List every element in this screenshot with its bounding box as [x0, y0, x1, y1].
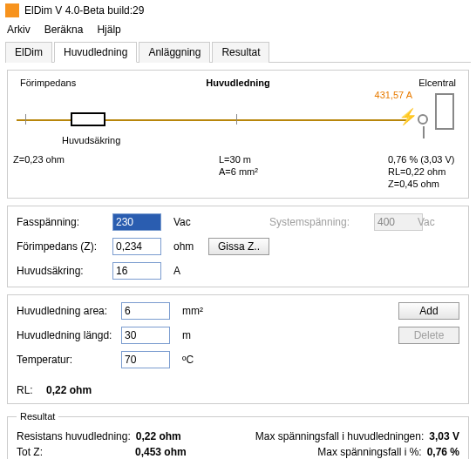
label-zsrc: Z=0,23 ohm — [13, 154, 65, 165]
result-totz-label: Tot Z: — [17, 446, 130, 458]
label-area: Huvudledning area: — [17, 305, 121, 317]
rl-line: RL: 0,22 ohm — [17, 384, 459, 396]
label-current: 431,57 A — [375, 90, 412, 100]
unit-vac: Vac — [173, 216, 208, 228]
tab-bar: ElDim Huvudledning Anläggning Resultat — [5, 41, 471, 63]
fuse-box — [71, 112, 105, 126]
form-panel-1: Fasspänning: Vac Systemspänning: Vac För… — [7, 206, 469, 287]
titlebar: ElDim V 4.0-Beta build:29 — [0, 0, 476, 21]
tab-eldim[interactable]: ElDim — [5, 42, 52, 63]
unit-mm2: mm² — [182, 305, 217, 317]
label-length: Huvudledning längd: — [17, 329, 121, 341]
input-systemspanning — [374, 213, 423, 231]
result-maxpct-label: Max spänningsfall i %: — [317, 446, 421, 458]
result-maxdrop-label: Max spänningsfall i huvudledningen: — [255, 430, 424, 442]
unit-sys-vac: Vac — [418, 216, 452, 228]
result-totz-value: 0,453 ohm — [135, 446, 187, 458]
label-len: L=30 m — [219, 154, 251, 165]
label-temperatur: Temperatur: — [17, 354, 121, 366]
rl-value: 0,22 ohm — [46, 384, 92, 396]
tick-source — [25, 114, 26, 125]
result-panel: Resultat Resistans huvudledning: 0,22 oh… — [7, 411, 469, 459]
window-title: ElDim V 4.0-Beta build:29 — [24, 4, 144, 17]
diagram-panel: Förimpedans Huvudledning Elcentral 431,5… — [7, 70, 469, 199]
label-area: A=6 mm² — [219, 166, 258, 177]
label-huvudledning: Huvudledning — [17, 78, 459, 88]
tab-resultat[interactable]: Resultat — [212, 42, 269, 63]
label-zend: Z=0,45 ohm — [388, 179, 439, 189]
add-button[interactable]: Add — [398, 302, 459, 320]
menu-berakna[interactable]: Beräkna — [44, 24, 84, 36]
bolt-icon: ⚡ — [398, 107, 418, 126]
label-huvudsakring-form: Huvudsäkring: — [17, 265, 112, 277]
label-fasspanning: Fasspänning: — [17, 216, 112, 228]
input-temperatur[interactable] — [121, 351, 170, 368]
unit-m: m — [182, 329, 217, 341]
input-fasspanning[interactable] — [112, 213, 161, 231]
result-res-value: 0,22 ohm — [136, 430, 181, 442]
menu-hjalp[interactable]: Hjälp — [97, 24, 120, 36]
delete-button: Delete — [398, 327, 459, 344]
gissa-z-button[interactable]: Gissa Z.. — [208, 238, 269, 255]
elc-stem — [423, 126, 425, 138]
label-elcentral: Elcentral — [418, 78, 456, 88]
app-icon — [5, 3, 19, 17]
result-maxdrop-value: 3,03 V — [429, 430, 459, 442]
rl-label: RL: — [17, 384, 33, 396]
unit-c: ºC — [182, 354, 217, 366]
label-huvudsakring: Huvudsäkring — [62, 135, 120, 145]
label-rl: RL=0,22 ohm — [388, 166, 445, 177]
result-res-label: Resistans huvudledning: — [17, 430, 131, 442]
input-forimpedans[interactable] — [112, 238, 161, 255]
unit-a: A — [173, 265, 208, 277]
input-length[interactable] — [121, 327, 170, 344]
result-maxpct-value: 0,76 % — [427, 446, 459, 458]
tab-anlaggning[interactable]: Anläggning — [139, 42, 210, 63]
form-panel-2: Huvudledning area: mm² Add Huvudledning … — [7, 294, 469, 404]
diagram: Förimpedans Huvudledning Elcentral 431,5… — [17, 78, 459, 191]
label-forimpedans-z: Förimpedans (Z): — [17, 240, 112, 253]
label-drop: 0,76 % (3,03 V) — [388, 154, 454, 165]
tab-huvudledning[interactable]: Huvudledning — [54, 42, 137, 63]
unit-ohm: ohm — [173, 240, 208, 253]
elc-box — [435, 93, 454, 130]
input-huvudsakring[interactable] — [112, 262, 161, 280]
result-legend: Resultat — [17, 411, 58, 422]
menubar: Arkiv Beräkna Hjälp — [0, 21, 476, 41]
label-systemspanning: Systemspänning: — [269, 216, 374, 228]
tick-mid — [236, 114, 237, 125]
input-area[interactable] — [121, 302, 170, 320]
menu-arkiv[interactable]: Arkiv — [7, 24, 31, 36]
elc-knob — [418, 114, 428, 125]
